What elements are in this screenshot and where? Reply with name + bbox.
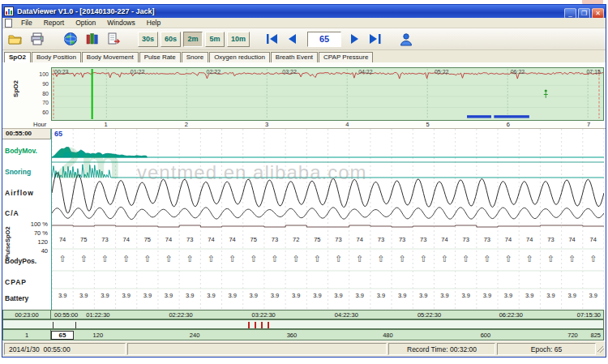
tab-cpap-pressure[interactable]: CPAP Pressure [319,52,373,62]
overview-time-label: 06:22 [511,69,525,75]
body-position-arrow-icon: ⇧ [413,254,434,264]
body-position-arrow-icon: ⇧ [285,254,306,264]
zoom-2m-button[interactable]: 2m [183,32,203,47]
hour-axis-label: Hour [33,121,46,128]
epoch-tick-label: 720 [567,332,578,339]
pulse-value: 73 [456,236,477,243]
zoom-10m-button[interactable]: 10m [227,32,250,47]
body-position-arrow-icon: ⇧ [540,254,561,264]
scroll-tick [75,322,76,328]
current-epoch-box[interactable]: 65 [51,331,74,340]
pulse-value: 73 [264,236,285,243]
pulse-values-row: 7475737475747374747573727573747373737473… [52,236,604,243]
channel-label-snoring: Snoring [5,168,31,176]
hour-tick: 3 [265,121,268,128]
overview-time-label: 05:22 [435,69,449,75]
body-position-arrow-icon: ⇧ [137,254,158,264]
dataviewer-window: DataViewer V1.0 - [20140130-227 - Jack] … [2,4,606,358]
hour-ticks: 1234567 [51,120,604,128]
tab-body-position[interactable]: Body Position [32,52,81,62]
tab-breath-event[interactable]: Breath Event [271,52,318,62]
zoom-30s-button[interactable]: 30s [138,32,158,47]
pulse-value: 73 [179,236,200,243]
battery-value: 3.9 [158,292,179,299]
battery-value: 3.9 [222,292,243,299]
open-folder-icon[interactable] [6,30,25,48]
pulse-value: 74 [562,236,583,243]
export-page-icon[interactable] [105,30,124,48]
epoch-tick-label: 120 [93,332,104,339]
pulse-value: 75 [73,236,94,243]
epoch-bar[interactable]: 65 120240360480600720825 [51,329,604,340]
body-position-arrow-icon: ⇧ [328,254,349,264]
battery-value: 3.9 [264,292,285,299]
user-icon[interactable] [396,30,416,48]
tab-snore[interactable]: Snore [182,52,208,62]
zoom-60s-button[interactable]: 60s [161,32,181,47]
body-position-arrow-icon: ⇧ [519,254,540,264]
body-position-arrow-icon: ⇧ [264,254,285,264]
nav-prev-icon[interactable] [283,32,301,47]
tab-oxygen-reduction[interactable]: Oxygen reduction [209,52,270,62]
menu-item-option[interactable]: Option [70,18,101,28]
pulse-value: 73 [477,236,498,243]
pulse-value: 74 [583,236,604,243]
pulse-value: 74 [222,236,243,243]
overview-time-label: 01:22 [131,69,145,75]
tab-body-movement[interactable]: Body Movement [82,52,139,62]
vendor-watermark: ventmed.en.alibaba.com [137,161,367,184]
menu-item-report[interactable]: Report [38,18,71,28]
body-position-arrow-icon: ⇧ [52,254,73,264]
epoch-tick-label: 480 [383,332,393,339]
hour-tick: 6 [507,121,510,128]
menu-item-file[interactable]: File [15,18,38,28]
overview-time-label: 00:23 [54,69,69,75]
tab-pulse-rate[interactable]: Pulse Rate [139,52,181,62]
overview-time-label: 04:22 [358,69,373,75]
pulse-value: 73 [94,236,115,243]
window-controls: _❐✕ [563,4,604,19]
pulse-value: 74 [498,236,519,243]
hour-tick: 5 [426,121,429,128]
pulse-value: 73 [413,236,434,243]
event-scroll-strip[interactable] [2,319,604,329]
globe-icon[interactable] [61,30,80,48]
status-epoch: Epoch: 65 [497,343,596,355]
body-position-arrow-icon: ⇧ [116,254,137,264]
epoch-time-header: 00:55:00 [2,129,51,139]
overview-plot[interactable]: 00:2301:2202:2203:2204:2205:2206:2207:15 [51,67,604,121]
tab-spo2[interactable]: SpO2 [4,52,31,62]
nav-last-icon[interactable] [366,32,383,47]
nav-buttons-left [263,32,302,47]
overview-y-tick: 80 [42,91,49,96]
battery-value: 3.9 [52,292,73,299]
menu-item-help[interactable]: Help [141,18,166,28]
pulse-value: 74 [200,236,221,243]
body-position-arrow-icon: ⇧ [306,254,328,264]
body-position-arrow-icon: ⇧ [73,254,94,264]
overview-hour-axis: Hour 1234567 [2,120,606,128]
title-bar[interactable]: DataViewer V1.0 - [20140130-227 - Jack] … [2,5,606,18]
report-books-icon[interactable] [83,30,102,48]
pulse-value: 75 [306,236,328,243]
body-position-arrow-icon: ⇧ [477,254,498,264]
toolbar: 30s60s2m5m10m [2,28,606,50]
battery-value: 3.9 [200,292,221,299]
nav-buttons-right [346,32,385,47]
timeline-bar[interactable]: 00:55:0001:22:3002:22:3003:22:3004:22:30… [51,310,604,319]
body-position-arrow-icon: ⇧ [179,254,200,264]
waveform-chart-area[interactable]: 2m ventmed.en.alibaba.com 65 74757374757… [51,129,604,310]
resize-grip[interactable] [597,346,604,353]
menu-item-windows[interactable]: Windows [101,18,140,28]
battery-value: 3.9 [456,292,477,299]
epoch-start-label: 1 [2,329,51,340]
epoch-number-input[interactable] [307,32,341,47]
body-position-arrow-icon: ⇧ [392,254,413,264]
zoom-5m-button[interactable]: 5m [205,32,225,47]
nav-first-icon[interactable] [263,32,281,47]
nav-next-icon[interactable] [346,32,364,47]
battery-values-row: 3.93.93.93.93.93.93.93.93.93.93.93.93.93… [52,292,604,299]
event-marker-tick [261,322,263,328]
overview-chart [52,68,603,120]
printer-icon[interactable] [28,30,47,48]
